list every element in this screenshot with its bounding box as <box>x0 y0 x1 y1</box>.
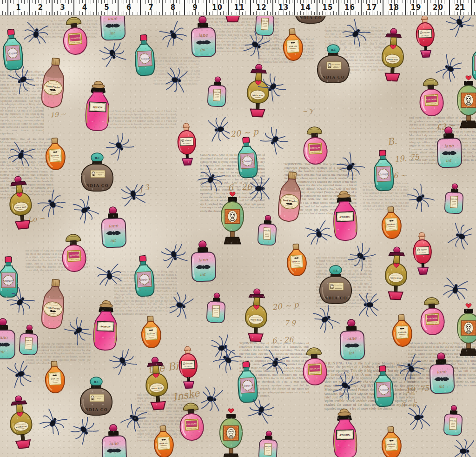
ruler-tick <box>35 0 36 4</box>
ruler-tick <box>466 11 466 15</box>
ruler-tick <box>46 0 47 4</box>
spider-icon <box>38 407 69 437</box>
ruler-number: 5 <box>104 3 109 12</box>
ruler-tick <box>187 12 187 15</box>
ruler-tick <box>463 12 463 15</box>
handwriting-mark: 19 ~ <box>50 110 66 119</box>
bottle-jug <box>316 43 350 83</box>
bottle-poison-urn <box>410 231 435 280</box>
ruler-tick <box>124 0 124 4</box>
ruler-tick <box>168 0 168 4</box>
handwriting-mark: 7 9 <box>284 319 296 327</box>
ruler-tick <box>386 12 386 15</box>
ruler-tick <box>184 0 185 15</box>
spider-icon <box>250 176 271 200</box>
ruler-tick <box>270 12 271 15</box>
ruler-tick <box>88 12 88 15</box>
ruler-tick <box>298 12 298 15</box>
ruler-tick <box>226 0 226 3</box>
ruler-tick <box>471 0 472 15</box>
ruler-tick <box>148 12 149 15</box>
spider-icon <box>196 163 227 193</box>
bottle-bat-flask <box>99 424 128 457</box>
ruler-number: 1 <box>16 3 21 12</box>
ruler-tick <box>21 12 22 15</box>
bottle-cologne <box>417 77 446 119</box>
ruler-tick <box>430 0 430 3</box>
ruler-tick <box>49 12 50 15</box>
ruler-tick <box>228 0 229 15</box>
bottle-bat-flask <box>188 240 218 283</box>
ruler-tick <box>54 0 55 3</box>
ruler-tick <box>264 12 265 15</box>
spider-icon <box>159 242 189 270</box>
ruler-tick <box>93 12 94 15</box>
ruler-tick <box>176 0 177 3</box>
bottle-poison-pink <box>91 299 120 351</box>
bottle-jug <box>318 264 353 304</box>
ruler-tick <box>7 0 8 15</box>
bottle-hair-oil <box>43 137 67 171</box>
ruler-tick <box>73 0 74 15</box>
ruler-tick <box>57 11 58 15</box>
ruler-tick <box>44 12 44 15</box>
ruler-tick <box>10 0 11 3</box>
ruler-number: 18 <box>389 3 399 12</box>
ruler-tick <box>126 0 127 3</box>
ruler-tick <box>325 0 325 3</box>
ruler: 123456789101112131415161718192021 <box>0 0 476 16</box>
ruler-tick <box>267 0 268 4</box>
ruler-tick <box>303 0 304 3</box>
spider-icon <box>164 66 189 93</box>
ruler-tick <box>457 12 458 15</box>
ruler-tick <box>237 0 237 3</box>
ruler-tick <box>171 12 171 15</box>
ruler-tick <box>375 12 375 15</box>
ruler-tick <box>79 11 80 15</box>
ruler-tick <box>115 0 116 3</box>
bottle-jug <box>80 152 114 192</box>
ruler-tick <box>82 12 83 15</box>
ruler-tick <box>138 0 138 3</box>
bottle-tooth-powder <box>38 277 68 331</box>
ruler-tick <box>331 12 331 15</box>
ruler-tick <box>192 0 193 3</box>
ruler-tick <box>474 0 475 3</box>
bottle-poison-urn <box>176 344 200 394</box>
spider-icon <box>98 40 128 68</box>
bottle-oil-flask <box>256 214 278 246</box>
ruler-tick <box>21 0 22 3</box>
bottle-oil-flask <box>442 404 464 436</box>
ruler-tick <box>331 0 331 3</box>
ruler-tick <box>118 0 119 15</box>
spider-icon <box>62 315 93 347</box>
ruler-tick <box>430 12 430 15</box>
ruler-tick <box>361 0 362 15</box>
spider-icon <box>395 352 426 383</box>
ruler-tick <box>311 11 312 15</box>
ruler-tick <box>309 0 309 3</box>
bottle-white-rose <box>5 174 36 232</box>
ruler-tick <box>424 0 425 3</box>
ruler-tick <box>253 0 254 3</box>
spider-icon <box>331 370 362 402</box>
ruler-tick <box>364 0 364 3</box>
bottle-teal-flask <box>371 149 397 193</box>
ruler-tick <box>135 0 135 4</box>
bottle-hair-oil <box>390 313 414 348</box>
ruler-tick <box>298 0 298 3</box>
bottle-teal-flask <box>371 365 397 409</box>
ruler-tick <box>121 0 121 3</box>
bottle-bat-flask <box>99 206 128 249</box>
ruler-tick <box>159 12 160 15</box>
ruler-tick <box>198 12 198 15</box>
bottle-poison-pink <box>83 80 112 132</box>
ruler-tick <box>231 12 231 15</box>
ruler-tick <box>311 0 312 4</box>
ruler-tick <box>145 11 146 15</box>
ruler-tick <box>16 0 16 3</box>
ruler-tick <box>248 0 248 3</box>
ruler-number: 9 <box>192 3 198 12</box>
ruler-number: 7 <box>148 3 153 12</box>
ruler-tick <box>99 12 99 15</box>
